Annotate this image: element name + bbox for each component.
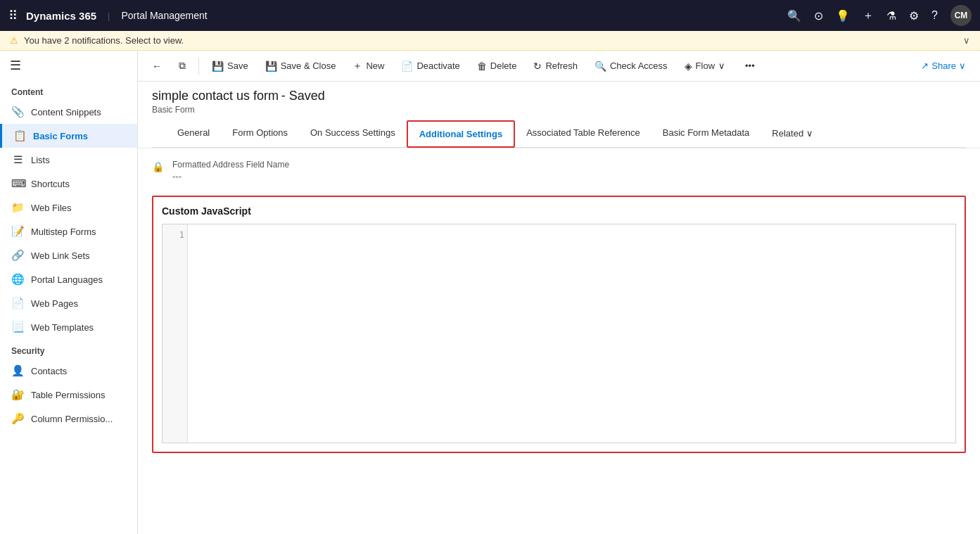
sidebar: ☰ Content 📎 Content Snippets 📋 Basic For… — [0, 51, 138, 534]
check-access-button[interactable]: 🔍 Check Access — [587, 57, 675, 75]
tab-related[interactable]: Related ∨ — [761, 120, 825, 147]
sidebar-label-basic-forms: Basic Forms — [33, 131, 88, 141]
back-button[interactable]: ← — [145, 57, 169, 75]
app-name: Dynamics 365 — [26, 10, 96, 22]
saved-badge: - Saved — [281, 89, 325, 103]
gear-icon[interactable]: ⚙ — [909, 9, 919, 23]
sidebar-item-multistep-forms[interactable]: 📝 Multistep Forms — [0, 220, 137, 243]
tab-basic-form-metadata[interactable]: Basic Form Metadata — [651, 120, 761, 147]
tab-associated-table-reference[interactable]: Associated Table Reference — [515, 120, 651, 147]
line-numbers: 1 — [163, 224, 188, 443]
lightbulb-icon[interactable]: 💡 — [836, 9, 850, 23]
sidebar-label-column-permissions: Column Permissio... — [31, 414, 113, 424]
formatted-address-label: Formatted Address Field Name — [172, 160, 289, 170]
sidebar-item-basic-forms[interactable]: 📋 Basic Forms — [0, 124, 137, 148]
sidebar-label-web-files: Web Files — [31, 203, 72, 213]
related-label: Related — [772, 128, 803, 139]
avatar[interactable]: CM — [950, 5, 972, 26]
web-link-sets-icon: 🔗 — [11, 249, 24, 262]
flow-chevron-icon: ∨ — [718, 61, 725, 71]
field-row-formatted-address: 🔒 Formatted Address Field Name --- — [152, 160, 966, 187]
formatted-address-value: --- — [172, 171, 289, 182]
lists-icon: ☰ — [11, 153, 24, 166]
toolbar-sep-1 — [198, 58, 199, 75]
share-button[interactable]: ↗ Share ∨ — [914, 57, 973, 75]
back-icon: ← — [152, 61, 162, 72]
settings-ring-icon[interactable]: ⊙ — [814, 9, 823, 23]
save-label: Save — [227, 61, 248, 71]
record-title: simple contact us form — [152, 89, 279, 103]
new-label: New — [366, 61, 384, 71]
delete-button[interactable]: 🗑 Delete — [470, 57, 524, 75]
flow-icon: ◈ — [685, 61, 692, 72]
share-chevron-icon: ∨ — [959, 61, 966, 71]
sidebar-item-content-snippets[interactable]: 📎 Content Snippets — [0, 100, 137, 124]
sidebar-item-lists[interactable]: ☰ Lists — [0, 148, 137, 172]
sidebar-item-web-link-sets[interactable]: 🔗 Web Link Sets — [0, 243, 137, 267]
more-button[interactable]: ••• — [738, 57, 762, 75]
save-button[interactable]: 💾 Save — [205, 57, 255, 75]
line-1: 1 — [165, 230, 184, 240]
sidebar-item-web-pages[interactable]: 📄 Web Pages — [0, 291, 137, 315]
share-icon: ↗ — [921, 61, 929, 71]
web-files-icon: 📁 — [11, 201, 24, 214]
module-name: Portal Management — [121, 10, 207, 21]
deactivate-icon: 📄 — [401, 61, 413, 72]
sidebar-label-multistep-forms: Multistep Forms — [31, 227, 96, 237]
popout-button[interactable]: ⧉ — [172, 56, 193, 75]
flow-button[interactable]: ◈ Flow ∨ — [677, 57, 732, 75]
field-info: Formatted Address Field Name --- — [172, 160, 289, 182]
apps-icon[interactable]: ⠿ — [8, 8, 18, 23]
custom-js-title: Custom JavaScript — [162, 205, 956, 217]
save-close-label: Save & Close — [281, 61, 336, 71]
share-label: Share — [931, 61, 956, 71]
tab-on-success-settings[interactable]: On Success Settings — [299, 120, 407, 147]
sidebar-label-table-permissions: Table Permissions — [31, 390, 106, 400]
record-header: simple contact us form - Saved Basic For… — [138, 82, 980, 148]
refresh-button[interactable]: ↻ Refresh — [526, 57, 585, 75]
help-icon[interactable]: ? — [931, 9, 938, 22]
sidebar-item-web-templates[interactable]: 📃 Web Templates — [0, 315, 137, 339]
record-title-row: simple contact us form - Saved — [152, 89, 966, 103]
security-section-label: Security — [0, 339, 137, 359]
sidebar-item-contacts[interactable]: 👤 Contacts — [0, 359, 137, 383]
basic-forms-icon: 📋 — [13, 129, 26, 142]
new-button[interactable]: ＋ New — [345, 56, 391, 76]
deactivate-button[interactable]: 📄 Deactivate — [394, 57, 466, 75]
record-type: Basic Form — [152, 105, 966, 115]
save-close-icon: 💾 — [265, 61, 277, 72]
delete-icon: 🗑 — [477, 61, 487, 72]
notification-text: You have 2 notifications. Select to view… — [24, 35, 184, 46]
search-icon[interactable]: 🔍 — [787, 9, 801, 23]
related-chevron-icon: ∨ — [806, 128, 813, 139]
refresh-label: Refresh — [545, 61, 578, 71]
more-icon: ••• — [745, 61, 755, 71]
notification-chevron[interactable]: ∨ — [963, 35, 970, 46]
add-icon[interactable]: ＋ — [863, 8, 874, 23]
code-input[interactable] — [188, 224, 955, 443]
save-close-button[interactable]: 💾 Save & Close — [258, 57, 343, 75]
flow-label: Flow — [696, 61, 715, 71]
web-pages-icon: 📄 — [11, 297, 24, 310]
top-nav: ⠿ Dynamics 365 | Portal Management 🔍 ⊙ 💡… — [0, 0, 980, 31]
sidebar-item-portal-languages[interactable]: 🌐 Portal Languages — [0, 267, 137, 291]
toolbar: ← ⧉ 💾 Save 💾 Save & Close ＋ New 📄 Deacti… — [138, 51, 980, 82]
sidebar-toggle[interactable]: ☰ — [0, 51, 137, 80]
column-permissions-icon: 🔑 — [11, 412, 24, 425]
lock-icon: 🔒 — [152, 161, 164, 172]
sidebar-label-content-snippets: Content Snippets — [31, 107, 101, 117]
sidebar-item-web-files[interactable]: 📁 Web Files — [0, 196, 137, 220]
main-layout: ☰ Content 📎 Content Snippets 📋 Basic For… — [0, 51, 980, 534]
tabs: General Form Options On Success Settings… — [152, 120, 966, 148]
notification-bar[interactable]: ⚠ You have 2 notifications. Select to vi… — [0, 31, 980, 51]
tab-form-options[interactable]: Form Options — [221, 120, 299, 147]
sidebar-item-column-permissions[interactable]: 🔑 Column Permissio... — [0, 407, 137, 431]
tab-additional-settings[interactable]: Additional Settings — [407, 120, 515, 148]
sidebar-item-table-permissions[interactable]: 🔐 Table Permissions — [0, 383, 137, 407]
tab-general[interactable]: General — [166, 120, 221, 147]
deactivate-label: Deactivate — [416, 61, 459, 71]
save-icon: 💾 — [212, 61, 224, 72]
sidebar-item-shortcuts[interactable]: ⌨ Shortcuts — [0, 172, 137, 196]
filter-icon[interactable]: ⚗ — [886, 9, 896, 23]
nav-divider: | — [108, 11, 110, 21]
